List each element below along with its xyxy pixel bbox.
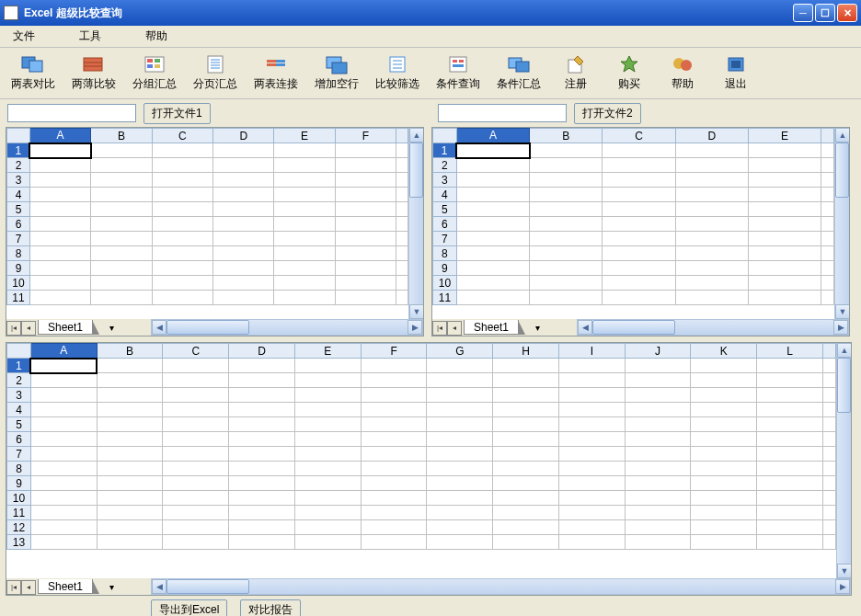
cell[interactable] bbox=[335, 158, 396, 173]
cell[interactable] bbox=[91, 232, 152, 246]
cell[interactable] bbox=[691, 491, 757, 506]
cell[interactable] bbox=[427, 373, 493, 388]
cell[interactable] bbox=[675, 143, 748, 158]
row-header[interactable]: 7 bbox=[433, 232, 457, 246]
cell[interactable] bbox=[757, 359, 823, 373]
cell[interactable] bbox=[691, 403, 757, 417]
cell[interactable] bbox=[757, 476, 823, 491]
cell[interactable] bbox=[361, 462, 427, 476]
cell[interactable] bbox=[274, 188, 335, 202]
cell[interactable] bbox=[558, 447, 625, 462]
row-header[interactable]: 4 bbox=[433, 188, 457, 202]
cell[interactable] bbox=[427, 520, 493, 535]
cell[interactable] bbox=[530, 291, 603, 305]
cell[interactable] bbox=[152, 246, 212, 261]
scroll-up-icon[interactable]: ▲ bbox=[835, 128, 849, 143]
row-header[interactable]: 4 bbox=[7, 188, 30, 202]
cell[interactable] bbox=[97, 476, 163, 491]
cell[interactable] bbox=[29, 143, 90, 158]
row-header[interactable]: 8 bbox=[7, 462, 31, 476]
cell[interactable] bbox=[30, 520, 97, 535]
column-header[interactable]: D bbox=[675, 129, 748, 143]
cell[interactable] bbox=[30, 359, 97, 373]
cell[interactable] bbox=[361, 491, 427, 506]
sheet-tab[interactable]: Sheet1 bbox=[38, 579, 93, 594]
cell[interactable] bbox=[30, 535, 97, 550]
cell[interactable] bbox=[229, 359, 295, 373]
cell[interactable] bbox=[29, 202, 90, 217]
cell[interactable] bbox=[427, 462, 493, 476]
column-header[interactable]: B bbox=[530, 129, 603, 143]
cell[interactable] bbox=[213, 143, 274, 158]
cell[interactable] bbox=[603, 158, 675, 173]
cell[interactable] bbox=[294, 403, 361, 417]
cell[interactable] bbox=[456, 276, 529, 291]
cell[interactable] bbox=[625, 506, 691, 520]
cell[interactable] bbox=[163, 520, 229, 535]
column-header[interactable]: K bbox=[691, 344, 757, 359]
column-header[interactable]: F bbox=[361, 344, 427, 359]
cell[interactable] bbox=[152, 276, 212, 291]
column-header[interactable]: D bbox=[213, 129, 274, 143]
cell[interactable] bbox=[152, 158, 212, 173]
cell[interactable] bbox=[335, 246, 396, 261]
compare-report-button[interactable]: 对比报告 bbox=[240, 599, 301, 616]
tab-dropdown-icon[interactable]: ▾ bbox=[535, 323, 540, 333]
column-header[interactable]: A bbox=[456, 129, 529, 143]
cell[interactable] bbox=[152, 232, 212, 246]
row-header[interactable]: 10 bbox=[433, 276, 457, 291]
cell[interactable] bbox=[163, 432, 229, 447]
cell[interactable] bbox=[163, 491, 229, 506]
cell[interactable] bbox=[675, 232, 748, 246]
cell[interactable] bbox=[163, 535, 229, 550]
cell[interactable] bbox=[691, 373, 757, 388]
row-header[interactable]: 11 bbox=[7, 291, 30, 305]
cell[interactable] bbox=[530, 232, 603, 246]
cell[interactable] bbox=[427, 403, 493, 417]
cell[interactable] bbox=[97, 359, 163, 373]
cell[interactable] bbox=[748, 276, 821, 291]
scroll-right-icon[interactable]: ▶ bbox=[835, 579, 850, 594]
cell[interactable] bbox=[530, 143, 603, 158]
column-header[interactable]: A bbox=[30, 344, 97, 359]
cell[interactable] bbox=[163, 447, 229, 462]
row-header[interactable]: 7 bbox=[7, 447, 31, 462]
cell[interactable] bbox=[213, 261, 274, 276]
cell[interactable] bbox=[294, 476, 361, 491]
cell[interactable] bbox=[530, 261, 603, 276]
cell[interactable] bbox=[229, 476, 295, 491]
horizontal-scrollbar[interactable]: ◀▶ bbox=[151, 319, 423, 336]
cell[interactable] bbox=[558, 491, 625, 506]
cell[interactable] bbox=[493, 373, 559, 388]
row-header[interactable]: 1 bbox=[433, 143, 457, 158]
cell[interactable] bbox=[625, 462, 691, 476]
row-header[interactable]: 12 bbox=[7, 520, 31, 535]
cell[interactable] bbox=[91, 246, 152, 261]
tab-nav-first[interactable]: |◂ bbox=[6, 321, 21, 336]
vertical-scrollbar[interactable]: ▲▼ bbox=[836, 343, 851, 578]
scroll-left-icon[interactable]: ◀ bbox=[152, 320, 166, 335]
cell[interactable] bbox=[97, 506, 163, 520]
cell[interactable] bbox=[675, 188, 748, 202]
column-header[interactable]: B bbox=[91, 129, 152, 143]
toolbar-buy[interactable]: 购买 bbox=[607, 52, 651, 94]
cell[interactable] bbox=[213, 232, 274, 246]
cell[interactable] bbox=[163, 373, 229, 388]
cell[interactable] bbox=[29, 291, 90, 305]
toolbar-exit[interactable]: 退出 bbox=[714, 52, 758, 94]
horizontal-scrollbar[interactable]: ◀▶ bbox=[151, 578, 851, 595]
cell[interactable] bbox=[335, 217, 396, 232]
cell[interactable] bbox=[558, 373, 625, 388]
cell[interactable] bbox=[213, 276, 274, 291]
file2-input[interactable] bbox=[438, 104, 567, 122]
scroll-left-icon[interactable]: ◀ bbox=[152, 579, 166, 594]
scroll-down-icon[interactable]: ▼ bbox=[835, 304, 849, 319]
cell[interactable] bbox=[625, 403, 691, 417]
cell[interactable] bbox=[361, 520, 427, 535]
cell[interactable] bbox=[335, 173, 396, 188]
cell[interactable] bbox=[748, 232, 821, 246]
cell[interactable] bbox=[757, 520, 823, 535]
row-header[interactable]: 6 bbox=[7, 217, 30, 232]
cell[interactable] bbox=[427, 535, 493, 550]
cell[interactable] bbox=[30, 491, 97, 506]
